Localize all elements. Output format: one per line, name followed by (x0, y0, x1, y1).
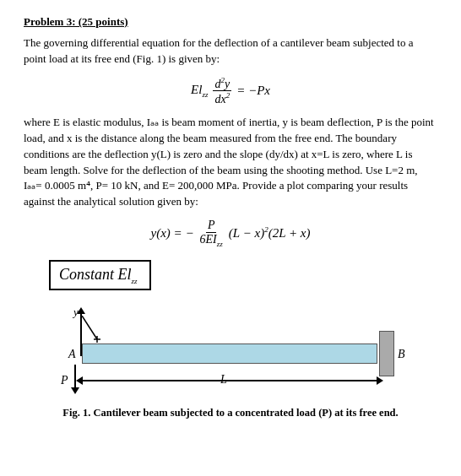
y-label: y (73, 306, 79, 319)
l-label: L (220, 373, 227, 387)
analytical-equation: y(x) = − P 6EIzz (L − x)2(2L + x) (24, 219, 437, 248)
main-equation: Elzz d2y dx2 = −Px (24, 76, 437, 106)
diag-svg (79, 316, 112, 346)
beam (82, 343, 377, 364)
beam-diagram: y x A B L P (36, 297, 425, 398)
body-text: where E is elastic modulus, Iₐₐ is beam … (24, 115, 437, 210)
analytical-frac: P 6EIzz (198, 219, 225, 248)
analytical-rhs: (L − x)2(2L + x) (229, 225, 311, 241)
fig-caption: Fig. 1. Cantilever beam subjected to a c… (24, 407, 437, 419)
EI-term: Elzz (191, 83, 208, 99)
l-arrow (82, 380, 377, 381)
equals-sign: = −Px (236, 84, 270, 98)
diagram-section: Constant Elzz y x A B L P Fig. 1. Cantil… (24, 260, 437, 420)
problem-title: Problem 3: (25 points) (24, 15, 437, 29)
constant-box: Constant Elzz (49, 260, 151, 291)
label-b: B (398, 348, 405, 361)
p-label: P (61, 374, 68, 387)
label-a: A (68, 348, 76, 361)
p-arrow (74, 365, 76, 388)
fraction: d2y dx2 (213, 76, 231, 106)
wall-b (379, 331, 394, 376)
y-of-x: y(x) = − (150, 226, 193, 241)
svg-line-0 (82, 316, 97, 339)
intro-text: The governing differential equation for … (24, 35, 437, 68)
